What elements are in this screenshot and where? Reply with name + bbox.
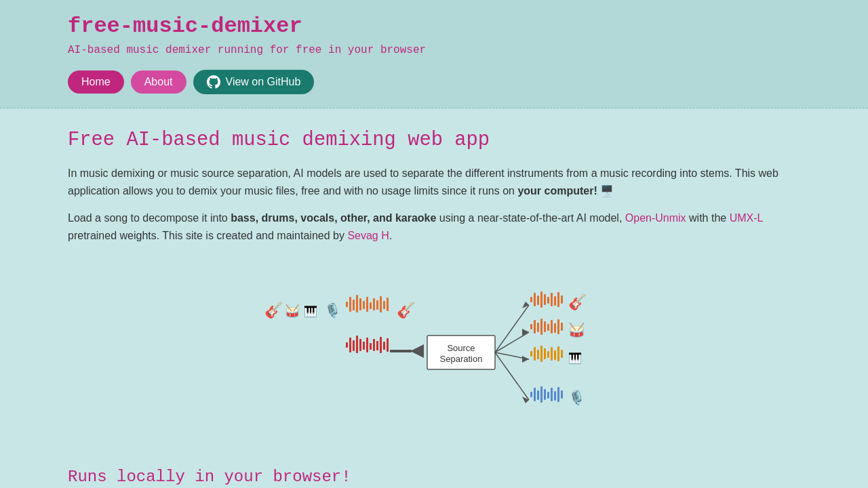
svg-rect-65 <box>547 392 549 399</box>
svg-rect-57 <box>557 346 559 361</box>
svg-rect-3 <box>356 295 358 312</box>
svg-text:🎸: 🎸 <box>568 293 587 311</box>
svg-rect-19 <box>363 342 365 350</box>
arrow-out-1 <box>495 305 529 352</box>
svg-rect-32 <box>547 297 549 304</box>
svg-rect-55 <box>551 347 553 361</box>
separation-box-label-line1: Source <box>447 343 475 353</box>
site-title: free-music-demixer <box>68 14 800 39</box>
svg-rect-7 <box>370 302 372 309</box>
github-button[interactable]: View on GitHub <box>193 70 315 94</box>
svg-rect-28 <box>534 293 536 306</box>
intro-p2-period: . <box>389 230 392 241</box>
github-icon <box>207 75 220 89</box>
svg-rect-39 <box>534 320 536 333</box>
svg-rect-38 <box>530 324 532 329</box>
intro-p2-link1-suffix: with the <box>686 212 730 224</box>
svg-text:🎹: 🎹 <box>568 352 582 365</box>
about-button[interactable]: About <box>131 70 186 94</box>
svg-rect-69 <box>561 390 563 399</box>
svg-rect-64 <box>544 389 546 400</box>
open-unmix-link[interactable]: Open-Unmix <box>625 212 686 224</box>
svg-rect-61 <box>534 388 536 401</box>
svg-rect-21 <box>370 343 372 350</box>
svg-rect-27 <box>530 297 532 302</box>
svg-rect-63 <box>540 386 542 403</box>
svg-rect-41 <box>540 319 542 335</box>
svg-rect-23 <box>376 341 378 350</box>
svg-rect-8 <box>373 298 375 310</box>
svg-rect-34 <box>554 296 556 306</box>
main-heading: Free AI-based music demixing web app <box>68 129 800 151</box>
svg-rect-33 <box>551 293 553 306</box>
guitar-icon-input: 🎸 <box>264 301 283 319</box>
svg-rect-26 <box>387 338 389 352</box>
svg-rect-2 <box>353 300 355 310</box>
svg-rect-45 <box>554 323 556 333</box>
sevag-link[interactable]: Sevag H <box>347 230 389 241</box>
diagram-container: 🎸 🥁 🎹 🎙️ <box>68 264 800 447</box>
mic-icon-input: 🎙️ <box>324 302 341 319</box>
svg-text:🎙️: 🎙️ <box>568 390 585 406</box>
output-4: 🎙️ <box>530 386 585 406</box>
arrowhead-out-4 <box>522 396 529 403</box>
svg-rect-49 <box>530 351 532 357</box>
svg-rect-30 <box>540 291 542 308</box>
intro-p2-bold: bass, drums, vocals, other, and karaoke <box>231 212 436 224</box>
main-content: Free AI-based music demixing web app In … <box>0 108 868 488</box>
svg-rect-22 <box>373 339 375 351</box>
github-button-label: View on GitHub <box>226 76 301 88</box>
site-header: free-music-demixer AI-based music demixe… <box>0 0 868 108</box>
svg-rect-11 <box>383 301 385 309</box>
umx-l-link[interactable]: UMX-L <box>730 212 763 224</box>
intro-p2-start: Load a song to decompose it into <box>68 212 231 224</box>
svg-rect-6 <box>366 297 368 312</box>
runs-locally-heading: Runs locally in your browser! <box>68 468 800 486</box>
svg-rect-15 <box>349 338 351 352</box>
output-3: 🎹 <box>530 346 582 365</box>
svg-rect-53 <box>544 348 546 359</box>
site-subtitle: AI-based music demixer running for free … <box>68 44 800 56</box>
svg-rect-35 <box>557 292 559 307</box>
svg-rect-36 <box>561 296 563 304</box>
svg-rect-20 <box>366 338 368 352</box>
arrow-out-2 <box>495 332 529 352</box>
main-nav: Home About View on GitHub <box>68 70 800 94</box>
svg-rect-10 <box>380 296 382 312</box>
input-waveform-middle <box>346 336 389 353</box>
home-button[interactable]: Home <box>68 70 124 94</box>
svg-rect-43 <box>547 324 549 331</box>
input-waveform-top: 🎸 <box>346 295 416 319</box>
arrow-line-to-box <box>390 350 412 352</box>
intro-p1-bold: your computer! 🖥️ <box>517 185 614 197</box>
intro-paragraph-2: Load a song to decompose it into bass, d… <box>68 209 800 244</box>
intro-p1-text: In music demixing or music source separa… <box>68 167 778 197</box>
svg-rect-47 <box>561 323 563 331</box>
svg-rect-9 <box>376 300 378 310</box>
svg-text:🥁: 🥁 <box>568 322 585 338</box>
keyboard-icon-input: 🎹 <box>304 305 317 318</box>
svg-rect-1 <box>349 297 351 312</box>
separation-box-label-line2: Separation <box>440 354 483 364</box>
svg-rect-29 <box>537 296 539 305</box>
svg-rect-51 <box>537 350 539 359</box>
svg-rect-58 <box>561 350 563 358</box>
svg-rect-18 <box>359 339 361 351</box>
svg-rect-5 <box>363 301 365 309</box>
output-2: 🥁 <box>530 319 585 338</box>
arrowhead-out-3 <box>522 356 529 363</box>
svg-rect-25 <box>383 342 385 350</box>
output-1: 🎸 <box>530 291 587 311</box>
arrowhead-out-1 <box>522 302 529 308</box>
svg-rect-40 <box>537 323 539 332</box>
svg-rect-0 <box>346 302 348 307</box>
svg-rect-67 <box>554 391 556 401</box>
svg-rect-62 <box>537 390 539 400</box>
svg-rect-14 <box>346 342 348 348</box>
arrow-to-box <box>410 344 424 358</box>
svg-rect-46 <box>557 319 559 334</box>
svg-rect-12 <box>387 298 389 311</box>
svg-rect-66 <box>551 388 553 401</box>
intro-p2-end: pretrained weights. This site is created… <box>68 230 347 241</box>
svg-rect-54 <box>547 351 549 358</box>
